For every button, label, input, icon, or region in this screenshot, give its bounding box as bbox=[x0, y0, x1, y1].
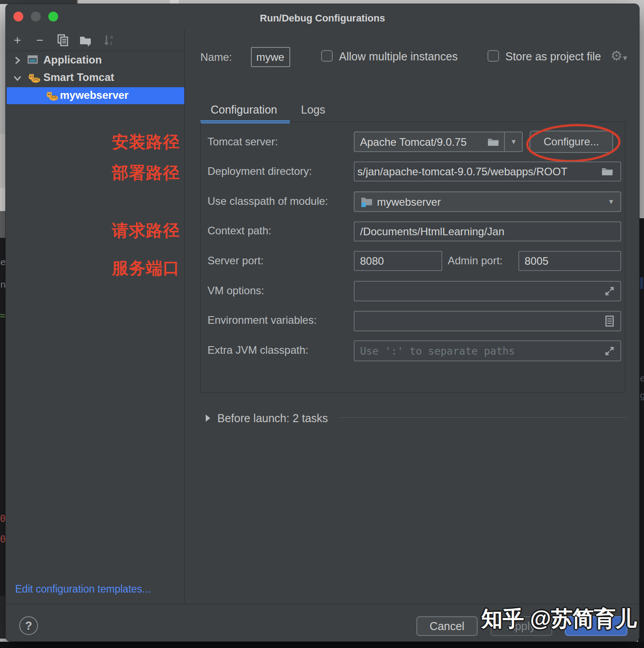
gear-icon: ⚙ bbox=[610, 48, 623, 64]
chevron-down-icon[interactable] bbox=[13, 75, 22, 82]
browse-list-icon[interactable] bbox=[605, 315, 614, 327]
red-circle-annotation bbox=[523, 122, 624, 165]
sidebar-main-separator bbox=[184, 29, 185, 604]
help-button[interactable]: ? bbox=[19, 616, 38, 635]
server-port-field[interactable]: 8080 bbox=[354, 251, 442, 271]
name-label: Name: bbox=[200, 51, 232, 64]
context-path-label: Context path: bbox=[208, 224, 271, 237]
svg-text:a: a bbox=[110, 34, 113, 39]
allow-multiple-instances-label: Allow multiple instances bbox=[339, 50, 458, 63]
remove-icon: − bbox=[36, 33, 43, 47]
store-as-project-file-label: Store as project file bbox=[505, 50, 601, 63]
chevron-down-icon: ▼ bbox=[623, 55, 627, 61]
tree-item-mywebserver-selected[interactable]: mywebserver bbox=[7, 87, 184, 104]
environment-variables-field[interactable] bbox=[354, 311, 621, 331]
deployment-directory-label: Deployment directory: bbox=[208, 165, 312, 178]
application-icon bbox=[27, 55, 39, 66]
copy-configuration-button[interactable] bbox=[56, 33, 70, 48]
name-input[interactable] bbox=[251, 47, 290, 67]
module-icon bbox=[361, 196, 373, 207]
cancel-button[interactable]: Cancel bbox=[416, 616, 478, 636]
tomcat-icon bbox=[44, 91, 59, 102]
remove-configuration-button[interactable]: − bbox=[33, 33, 47, 48]
footer-separator bbox=[6, 604, 639, 604]
context-path-value: /Documents/HtmlLearning/Jan bbox=[360, 225, 504, 238]
deployment-directory-value: s/jan/apache-tomcat-9.0.75/webapps/ROOT bbox=[357, 165, 568, 178]
help-icon: ? bbox=[25, 619, 32, 633]
classpath-module-label: Use classpath of module: bbox=[208, 195, 328, 208]
sort-alphabetically-icon: a z bbox=[102, 34, 115, 47]
add-configuration-button[interactable]: + bbox=[11, 33, 24, 48]
backdrop-text-fragment: e bbox=[640, 373, 644, 384]
svg-text:z: z bbox=[110, 40, 113, 46]
chevron-down-icon[interactable]: ▼ bbox=[608, 198, 614, 205]
admin-port-value: 8005 bbox=[525, 255, 548, 267]
backdrop-bottom bbox=[0, 642, 644, 648]
tree-item-label: Application bbox=[43, 54, 102, 66]
extra-jvm-classpath-label: Extra JVM classpath: bbox=[208, 343, 308, 357]
extra-jvm-classpath-field[interactable]: Use ':' to separate paths bbox=[354, 340, 621, 361]
annotation-install-path: 安装路径 bbox=[112, 131, 180, 153]
environment-variables-label: Environment variables: bbox=[208, 313, 317, 327]
vm-options-label: VM options: bbox=[208, 284, 264, 297]
before-launch-divider bbox=[340, 417, 627, 418]
dialog-title: Run/Debug Configurations bbox=[6, 13, 639, 24]
context-path-field[interactable]: /Documents/HtmlLearning/Jan bbox=[354, 221, 621, 241]
tab-configuration[interactable]: Configuration bbox=[211, 103, 277, 116]
watermark: 知乎 @苏简育儿 bbox=[481, 605, 637, 633]
before-launch-expander[interactable] bbox=[205, 414, 211, 423]
combo-divider bbox=[504, 132, 505, 151]
deployment-directory-field[interactable]: s/jan/apache-tomcat-9.0.75/webapps/ROOT bbox=[354, 161, 621, 182]
chevron-down-icon[interactable]: ▼ bbox=[510, 138, 517, 145]
tree-item-label: mywebserver bbox=[60, 89, 128, 102]
annotation-deploy-path: 部署路径 bbox=[112, 162, 180, 184]
chevron-right-icon[interactable] bbox=[14, 56, 21, 65]
expand-icon[interactable] bbox=[604, 286, 615, 296]
classpath-module-value: mywebserver bbox=[377, 196, 441, 208]
tab-logs[interactable]: Logs bbox=[301, 103, 325, 116]
add-icon: + bbox=[14, 33, 21, 47]
server-port-value: 8080 bbox=[360, 255, 384, 267]
tomcat-icon bbox=[26, 73, 41, 84]
expand-icon[interactable] bbox=[604, 346, 615, 356]
classpath-module-combobox[interactable]: mywebserver ▼ bbox=[354, 191, 621, 212]
tree-item-application[interactable]: Application bbox=[6, 52, 184, 69]
annotation-service-port: 服务端口 bbox=[112, 257, 180, 280]
new-folder-button[interactable] bbox=[79, 33, 93, 48]
admin-port-field[interactable]: 8005 bbox=[518, 251, 621, 271]
backdrop-text-fragment: n bbox=[0, 279, 6, 290]
backdrop-text-fragment: e bbox=[0, 257, 6, 267]
toolbar-separator bbox=[6, 51, 184, 51]
copy-icon bbox=[57, 34, 69, 47]
server-port-label: Server port: bbox=[208, 254, 263, 267]
tomcat-server-combobox[interactable]: Apache Tomcat/9.0.75 ▼ bbox=[354, 131, 523, 152]
edit-configuration-templates-link[interactable]: Edit configuration templates... bbox=[15, 583, 151, 595]
backdrop-squiggle-fragment: ≈ bbox=[0, 310, 5, 321]
backdrop-text-fragment: g bbox=[640, 390, 644, 401]
vm-options-field[interactable] bbox=[354, 281, 621, 301]
sort-configurations-button[interactable]: a z bbox=[102, 33, 115, 48]
folder-icon[interactable] bbox=[487, 137, 499, 146]
run-debug-configurations-dialog: Run/Debug Configurations + − bbox=[5, 4, 640, 642]
backdrop-right-fragment bbox=[640, 277, 643, 289]
store-as-project-file-checkbox[interactable] bbox=[487, 50, 499, 62]
store-settings-gear-button[interactable]: ⚙ ▼ bbox=[610, 48, 630, 64]
annotation-request-path: 请求路径 bbox=[112, 220, 180, 242]
tree-item-label: Smart Tomcat bbox=[43, 71, 114, 84]
new-folder-icon bbox=[79, 34, 93, 46]
extra-jvm-classpath-placeholder: Use ':' to separate paths bbox=[360, 345, 515, 357]
before-launch-label: Before launch: 2 tasks bbox=[217, 411, 328, 425]
tomcat-server-label: Tomcat server: bbox=[208, 135, 278, 148]
allow-multiple-instances-checkbox[interactable] bbox=[321, 50, 333, 62]
admin-port-label: Admin port: bbox=[448, 254, 503, 267]
tree-item-smart-tomcat[interactable]: Smart Tomcat bbox=[6, 69, 184, 86]
tomcat-server-value: Apache Tomcat/9.0.75 bbox=[360, 136, 466, 148]
folder-icon[interactable] bbox=[602, 167, 613, 176]
